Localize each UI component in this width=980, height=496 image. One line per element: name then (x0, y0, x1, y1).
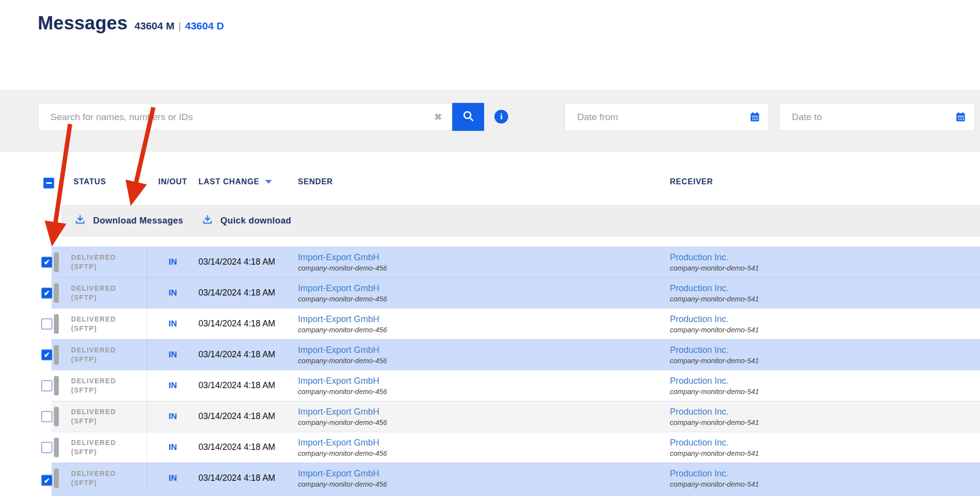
sender-cell: Import-Export GmbH company-monitor-demo-… (298, 308, 670, 339)
sender-cell: Import-Export GmbH company-monitor-demo-… (298, 277, 670, 308)
status-text: DELIVERED (SFTP) (71, 253, 116, 272)
date-to-input[interactable] (780, 112, 955, 123)
row-checkbox[interactable] (41, 442, 52, 453)
row-checkbox[interactable] (41, 349, 52, 360)
last-change-value: 03/14/2024 4:18 AM (198, 411, 275, 422)
table-row[interactable]: DELIVERED (SFTP) IN 03/14/2024 4:18 AM I… (0, 277, 980, 308)
search-button[interactable] (452, 103, 484, 131)
page-title: Messages (38, 13, 127, 34)
sender-name-link[interactable]: Import-Export GmbH (298, 438, 379, 448)
receiver-name-link[interactable]: Production Inc. (670, 283, 729, 294)
receiver-name-link[interactable]: Production Inc. (670, 407, 729, 417)
status-cell: DELIVERED (SFTP) (51, 401, 147, 432)
quick-download-button[interactable]: Quick download (202, 214, 292, 227)
direction-cell: IN (147, 463, 198, 494)
status-text: DELIVERED (SFTP) (71, 376, 116, 395)
table-row[interactable]: DELIVERED (SFTP) IN 03/14/2024 4:18 AM I… (0, 370, 980, 401)
calendar-icon[interactable] (749, 111, 769, 123)
page-header: Messages 43604 M | 43604 D (38, 13, 224, 34)
direction-value: IN (169, 412, 177, 422)
row-background: DELIVERED (SFTP) IN 03/14/2024 4:18 AM I… (51, 308, 980, 339)
count-separator: | (178, 20, 181, 32)
status-indicator-bar (54, 407, 59, 426)
status-cell: DELIVERED (SFTP) (51, 308, 147, 339)
column-header-status[interactable]: STATUS (51, 177, 147, 186)
search-input[interactable] (38, 112, 424, 123)
sender-name-link[interactable]: Import-Export GmbH (298, 345, 379, 355)
status-cell: DELIVERED (SFTP) (51, 432, 147, 463)
sender-id: company-monitor-demo-456 (298, 449, 387, 457)
sender-name-link[interactable]: Import-Export GmbH (298, 376, 379, 386)
column-header-last-change-label: LAST CHANGE (198, 177, 259, 186)
row-checkbox[interactable] (41, 318, 52, 329)
last-change-value: 03/14/2024 4:18 AM (198, 288, 275, 298)
direction-value: IN (169, 350, 177, 360)
sender-id: company-monitor-demo-456 (298, 419, 387, 426)
receiver-cell: Production Inc. company-monitor-demo-541 (670, 308, 980, 339)
direction-value: IN (169, 443, 177, 452)
column-header-inout[interactable]: IN/OUT (147, 177, 198, 186)
sender-cell: Import-Export GmbH company-monitor-demo-… (298, 370, 670, 401)
last-change-value: 03/14/2024 4:18 AM (198, 380, 275, 391)
row-background: DELIVERED (SFTP) IN 03/14/2024 4:18 AM I… (51, 370, 980, 401)
table-row[interactable]: DELIVERED (SFTP) IN 03/14/2024 4:18 AM I… (0, 339, 980, 370)
row-checkbox[interactable] (41, 380, 52, 391)
download-icon (202, 214, 213, 227)
receiver-name-link[interactable]: Production Inc. (670, 469, 729, 479)
sender-name-link[interactable]: Import-Export GmbH (298, 252, 379, 263)
direction-value: IN (169, 288, 177, 298)
documents-count[interactable]: 43604 D (185, 20, 223, 32)
download-messages-button[interactable]: Download Messages (74, 214, 183, 227)
sender-cell: Import-Export GmbH company-monitor-demo-… (298, 401, 670, 432)
table-header-row: STATUS IN/OUT LAST CHANGE SENDER RECEIVE… (51, 171, 980, 193)
status-cell: DELIVERED (SFTP) (51, 370, 147, 401)
table-row[interactable]: DELIVERED (SFTP) IN 03/14/2024 4:18 AM I… (0, 432, 980, 463)
status-text: DELIVERED (SFTP) (71, 438, 116, 457)
info-icon[interactable]: i (494, 110, 508, 124)
direction-value: IN (169, 473, 177, 483)
sender-name-link[interactable]: Import-Export GmbH (298, 283, 379, 294)
receiver-name-link[interactable]: Production Inc. (670, 438, 729, 448)
row-checkbox[interactable] (41, 475, 52, 486)
receiver-cell: Production Inc. company-monitor-demo-541 (670, 277, 980, 308)
download-icon (74, 214, 86, 227)
sender-name-link[interactable]: Import-Export GmbH (298, 469, 379, 479)
direction-value: IN (169, 381, 177, 391)
row-checkbox[interactable] (41, 411, 52, 422)
status-cell: DELIVERED (SFTP) (51, 339, 147, 370)
message-table-body: DELIVERED (SFTP) IN 03/14/2024 4:18 AM I… (0, 247, 980, 496)
row-background: DELIVERED (SFTP) IN 03/14/2024 4:18 AM I… (51, 339, 980, 370)
receiver-id: company-monitor-demo-541 (670, 357, 759, 365)
status-indicator-bar (54, 376, 59, 396)
receiver-name-link[interactable]: Production Inc. (670, 314, 729, 324)
sender-id: company-monitor-demo-456 (298, 357, 387, 365)
receiver-cell: Production Inc. company-monitor-demo-541 (670, 339, 980, 370)
receiver-name-link[interactable]: Production Inc. (670, 252, 729, 263)
status-indicator-bar (54, 252, 59, 272)
filter-bar: ✖ i (0, 90, 980, 152)
sender-cell: Import-Export GmbH company-monitor-demo-… (298, 463, 670, 494)
row-checkbox[interactable] (41, 256, 52, 268)
status-text: DELIVERED (SFTP) (71, 407, 116, 426)
clear-search-icon[interactable]: ✖ (424, 111, 452, 123)
receiver-name-link[interactable]: Production Inc. (670, 376, 729, 386)
sort-caret-icon[interactable] (265, 180, 272, 184)
table-row[interactable]: DELIVERED (SFTP) IN 03/14/2024 4:18 AM I… (0, 247, 980, 277)
table-row[interactable]: DELIVERED (SFTP) IN 03/14/2024 4:18 AM I… (0, 401, 980, 432)
sender-name-link[interactable]: Import-Export GmbH (298, 314, 379, 324)
column-header-last-change[interactable]: LAST CHANGE (198, 177, 298, 186)
column-header-receiver[interactable]: RECEIVER (670, 177, 980, 186)
row-checkbox[interactable] (41, 287, 52, 298)
column-header-sender[interactable]: SENDER (298, 177, 670, 186)
sender-id: company-monitor-demo-456 (298, 295, 387, 303)
table-row[interactable]: DELIVERED (SFTP) IN 03/14/2024 4:18 AM I… (0, 308, 980, 339)
direction-cell: IN (147, 308, 198, 339)
last-change-cell: 03/14/2024 4:18 AM (198, 463, 298, 494)
table-row[interactable]: DELIVERED (SFTP) IN 03/14/2024 4:18 AM I… (0, 463, 980, 496)
receiver-name-link[interactable]: Production Inc. (670, 345, 729, 355)
date-from-input[interactable] (565, 112, 749, 123)
sender-name-link[interactable]: Import-Export GmbH (298, 407, 379, 417)
receiver-id: company-monitor-demo-541 (670, 419, 759, 426)
calendar-icon[interactable] (955, 111, 975, 123)
sender-cell: Import-Export GmbH company-monitor-demo-… (298, 339, 670, 370)
